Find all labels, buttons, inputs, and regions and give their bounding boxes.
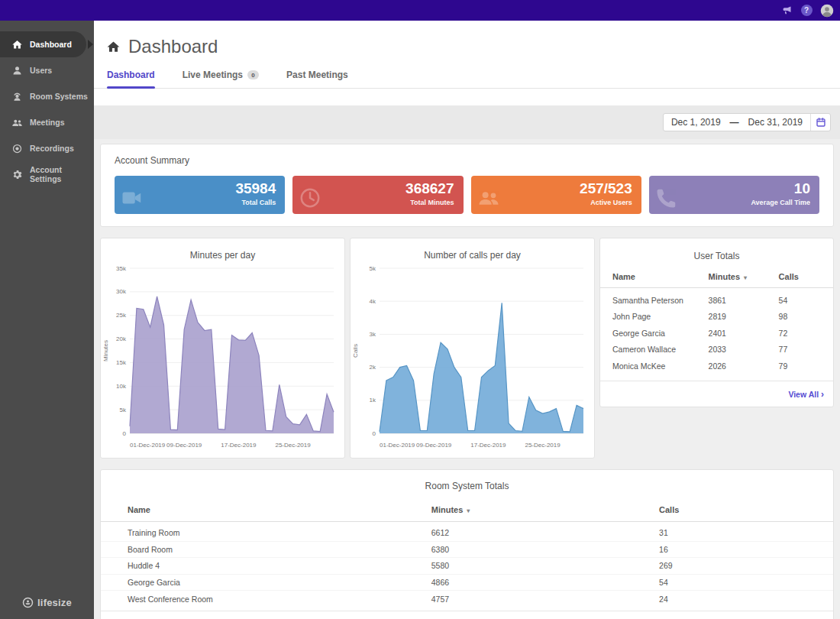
svg-text:10k: 10k bbox=[116, 383, 127, 390]
svg-text:Minutes: Minutes bbox=[102, 340, 109, 361]
cell-minutes: 3861 bbox=[709, 296, 779, 305]
cell-name: Monica McKee bbox=[612, 361, 709, 371]
col-name[interactable]: Name bbox=[612, 272, 709, 281]
date-start[interactable]: Dec 1, 2019 bbox=[664, 117, 729, 128]
summary-cards-row: 35984Total Calls368627Total Minutes257/5… bbox=[115, 176, 819, 214]
cell-name: West Conference Room bbox=[128, 595, 431, 604]
calendar-icon[interactable] bbox=[810, 114, 830, 131]
cell-name: Huddle 4 bbox=[128, 561, 431, 570]
date-separator: — bbox=[729, 117, 741, 128]
user-totals-rows: Samantha Peterson386154John Page281998Ge… bbox=[600, 288, 833, 381]
page-title: Dashboard bbox=[128, 36, 218, 57]
cell-calls: 31 bbox=[659, 528, 818, 537]
sidebar-item-meetings[interactable]: Meetings bbox=[0, 109, 94, 135]
col-minutes[interactable]: Minutes▾ bbox=[709, 272, 779, 281]
cell-name: Samantha Peterson bbox=[612, 296, 709, 305]
table-row: Board Room638016 bbox=[101, 542, 833, 559]
user-totals-header: Name Minutes▾ Calls bbox=[600, 272, 833, 288]
table-row: Training Room661231 bbox=[101, 525, 833, 542]
cell-name: Board Room bbox=[128, 545, 431, 554]
user-totals-card: User Totals Name Minutes▾ Calls Samantha… bbox=[599, 238, 834, 407]
account-avatar[interactable] bbox=[820, 4, 834, 18]
svg-text:17-Dec-2019: 17-Dec-2019 bbox=[221, 442, 257, 449]
sidebar-item-account-settings[interactable]: Account Settings bbox=[0, 161, 94, 187]
sidebar-item-dashboard[interactable]: Dashboard bbox=[0, 31, 86, 57]
calls-per-day-chart-card: Number of calls per day 01k2k3k4k5k01-De… bbox=[350, 238, 595, 459]
dashboard-body: Dec 1, 2019 — Dec 31, 2019 Account Summa… bbox=[94, 105, 840, 619]
tab-bar: Dashboard Live Meetings 0 Past Meetings bbox=[94, 70, 840, 89]
account-summary-card: Account Summary 35984Total Calls368627To… bbox=[100, 144, 834, 227]
svg-text:09-Dec-2019: 09-Dec-2019 bbox=[416, 442, 452, 449]
table-row: Cameron Wallace203377 bbox=[600, 342, 833, 358]
sidebar-item-room-systems[interactable]: Room Systems bbox=[0, 83, 94, 109]
cell-calls: 79 bbox=[779, 361, 825, 371]
svg-text:35k: 35k bbox=[116, 265, 127, 272]
summary-label: Total Minutes bbox=[302, 199, 454, 206]
date-filter-row: Dec 1, 2019 — Dec 31, 2019 bbox=[94, 105, 840, 139]
sidebar-item-users[interactable]: Users bbox=[0, 57, 94, 83]
recordings-icon bbox=[11, 142, 23, 154]
sidebar: DashboardUsersRoom SystemsMeetingsRecord… bbox=[0, 21, 94, 619]
page-header: Dashboard bbox=[94, 21, 840, 57]
cell-minutes: 5580 bbox=[431, 561, 659, 570]
cell-minutes: 2026 bbox=[709, 361, 779, 371]
live-meetings-badge: 0 bbox=[247, 70, 259, 79]
sidebar-item-recordings[interactable]: Recordings bbox=[0, 135, 94, 161]
cell-minutes: 4757 bbox=[431, 595, 659, 604]
summary-value: 35984 bbox=[124, 181, 276, 197]
cell-calls: 54 bbox=[659, 578, 818, 587]
cell-name: Cameron Wallace bbox=[612, 345, 709, 354]
col-calls[interactable]: Calls bbox=[659, 505, 818, 514]
calls-per-day-chart: 01k2k3k4k5k01-Dec-201909-Dec-201917-Dec-… bbox=[351, 261, 594, 458]
cell-calls: 54 bbox=[779, 296, 825, 305]
lifesize-logo-text: lifesize bbox=[37, 597, 72, 608]
table-row: Huddle 45580269 bbox=[101, 558, 833, 575]
lifesize-logo-icon bbox=[22, 597, 34, 608]
svg-text:01-Dec-2019: 01-Dec-2019 bbox=[380, 442, 415, 449]
tab-past-meetings[interactable]: Past Meetings bbox=[286, 70, 348, 88]
minutes-per-day-chart-card: Minutes per day 05k10k15k20k25k30k35k01-… bbox=[100, 238, 345, 459]
sidebar-item-label: Room Systems bbox=[30, 92, 88, 101]
account-summary-title: Account Summary bbox=[115, 155, 819, 166]
lifesize-logo: lifesize bbox=[0, 597, 94, 619]
minutes-chart-title: Minutes per day bbox=[101, 238, 344, 261]
col-calls[interactable]: Calls bbox=[779, 272, 825, 281]
sort-icon: ▾ bbox=[744, 274, 747, 281]
cell-minutes: 6612 bbox=[431, 528, 659, 537]
table-row: George Garcia240172 bbox=[600, 325, 833, 342]
sidebar-item-label: Users bbox=[30, 66, 52, 75]
date-end[interactable]: Dec 31, 2019 bbox=[741, 117, 810, 128]
col-name[interactable]: Name bbox=[128, 505, 431, 514]
svg-text:15k: 15k bbox=[116, 359, 127, 366]
sort-icon: ▾ bbox=[467, 507, 470, 514]
user-view-all-link[interactable]: View All › bbox=[788, 390, 824, 399]
tab-live-meetings[interactable]: Live Meetings 0 bbox=[183, 70, 259, 88]
cell-calls: 24 bbox=[659, 595, 818, 604]
col-minutes[interactable]: Minutes▾ bbox=[431, 505, 659, 514]
svg-text:4k: 4k bbox=[370, 298, 376, 305]
date-range-picker[interactable]: Dec 1, 2019 — Dec 31, 2019 bbox=[663, 113, 831, 131]
svg-text:01-Dec-2019: 01-Dec-2019 bbox=[130, 442, 166, 449]
main-content: Dashboard Dashboard Live Meetings 0 Past… bbox=[94, 21, 840, 619]
summary-label: Active Users bbox=[480, 199, 632, 206]
tab-dashboard[interactable]: Dashboard bbox=[107, 70, 155, 88]
summary-value: 10 bbox=[658, 181, 810, 197]
svg-text:30k: 30k bbox=[116, 288, 127, 295]
user-totals-footer: View All › bbox=[600, 381, 833, 407]
cell-minutes: 2819 bbox=[709, 312, 779, 321]
help-icon[interactable]: ? bbox=[800, 5, 813, 17]
summary-value: 368627 bbox=[302, 181, 454, 197]
announcements-icon[interactable] bbox=[780, 5, 793, 17]
user-totals-title: User Totals bbox=[600, 238, 833, 272]
summary-card-total-minutes: 368627Total Minutes bbox=[292, 176, 463, 214]
user-icon bbox=[11, 65, 23, 76]
cell-minutes: 6380 bbox=[431, 545, 659, 554]
table-row: Samantha Peterson386154 bbox=[600, 292, 833, 309]
cell-calls: 16 bbox=[659, 545, 818, 554]
cell-minutes: 4866 bbox=[431, 578, 659, 587]
room-totals-rows: Training Room661231Board Room638016Huddl… bbox=[101, 522, 833, 611]
summary-card-total-calls: 35984Total Calls bbox=[115, 176, 285, 214]
room-totals-title: Room System Totals bbox=[101, 470, 833, 505]
minutes-per-day-chart: 05k10k15k20k25k30k35k01-Dec-201909-Dec-2… bbox=[101, 261, 344, 458]
sidebar-item-label: Dashboard bbox=[30, 40, 72, 49]
